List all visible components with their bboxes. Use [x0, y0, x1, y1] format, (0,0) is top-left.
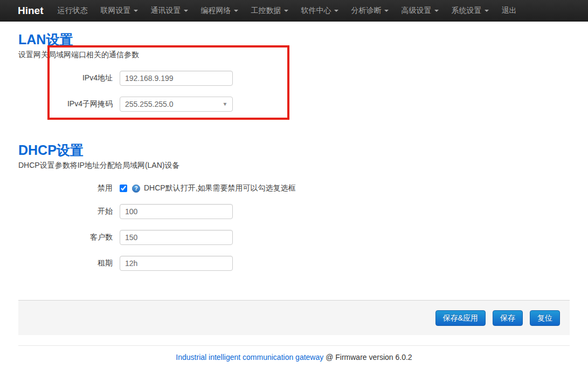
save-button[interactable]: 保存 — [493, 310, 523, 326]
dhcp-disable-checkbox[interactable] — [120, 185, 127, 192]
dhcp-start-input[interactable] — [120, 204, 233, 219]
nav-item-logout[interactable]: 退出 — [495, 0, 523, 22]
firmware-version-text: @ Firmware version 6.0.2 — [323, 353, 412, 362]
nav-item-system-settings[interactable]: 系统设置 — [445, 0, 495, 22]
dhcp-disable-row: 禁用 ? DHCP默认打开,如果需要禁用可以勾选复选框 — [18, 183, 570, 193]
nav-item-label: 高级设置 — [402, 6, 432, 16]
dhcp-disable-hint: DHCP默认打开,如果需要禁用可以勾选复选框 — [144, 183, 296, 193]
lan-section-title: LAN设置 — [18, 31, 570, 47]
chevron-down-icon — [134, 10, 138, 12]
brand-logo[interactable]: Hinet — [18, 5, 44, 17]
chevron-down-icon — [434, 10, 439, 12]
nav-item-industrial-data[interactable]: 工控数据 — [245, 0, 295, 22]
lan-section-description: 设置网关局域网端口相关的通信参数 — [18, 50, 570, 59]
dhcp-leasetime-input[interactable] — [120, 256, 233, 271]
nav-item-label: 编程网络 — [201, 6, 231, 16]
chevron-down-icon — [234, 10, 238, 12]
dhcp-disable-label: 禁用 — [18, 183, 120, 193]
chevron-down-icon — [485, 10, 489, 12]
nav-item-analysis-diagnosis[interactable]: 分析诊断 — [345, 0, 395, 22]
top-navbar: Hinet 运行状态 联网设置 通讯设置 编程网络 工控数据 软件中心 分析诊断… — [0, 0, 588, 22]
question-mark-icon: ? — [132, 185, 140, 193]
ipv4-netmask-select[interactable]: 255.255.255.0 — [120, 97, 233, 112]
chevron-down-icon — [334, 10, 338, 12]
ipv4-address-label: IPv4地址 — [18, 73, 120, 83]
ipv4-netmask-row: IPv4子网掩码 255.255.255.0 ▼ — [18, 97, 570, 112]
dhcp-limit-row: 客户数 — [18, 230, 570, 245]
dhcp-section-title: DHCP设置 — [18, 142, 570, 158]
ipv4-address-input[interactable] — [120, 71, 233, 86]
footer-divider — [18, 345, 570, 346]
dhcp-limit-label: 客户数 — [18, 233, 120, 242]
page-footer: Industrial intelligent communication gat… — [0, 353, 588, 362]
nav-item-label: 联网设置 — [101, 6, 131, 16]
lan-settings-section: LAN设置 设置网关局域网端口相关的通信参数 IPv4地址 IPv4子网掩码 2… — [18, 31, 570, 112]
nav-item-label: 分析诊断 — [351, 6, 382, 16]
nav-item-label: 运行状态 — [58, 6, 88, 16]
dhcp-leasetime-row: 租期 — [18, 256, 570, 271]
dhcp-settings-section: DHCP设置 DHCP设置参数将IP地址分配给局域网(LAN)设备 禁用 ? D… — [18, 142, 570, 271]
nav-item-programming-network[interactable]: 编程网络 — [195, 0, 245, 22]
chevron-down-icon — [184, 10, 188, 12]
nav-item-label: 软件中心 — [301, 6, 331, 16]
nav-item-network-settings[interactable]: 联网设置 — [94, 0, 144, 22]
dhcp-start-label: 开始 — [18, 207, 120, 216]
dhcp-section-description: DHCP设置参数将IP地址分配给局域网(LAN)设备 — [18, 161, 570, 170]
dhcp-limit-input[interactable] — [120, 230, 233, 245]
nav-item-label: 退出 — [502, 6, 517, 16]
ipv4-address-row: IPv4地址 — [18, 71, 570, 86]
nav-item-advanced-settings[interactable]: 高级设置 — [395, 0, 445, 22]
nav-item-communication-settings[interactable]: 通讯设置 — [144, 0, 195, 22]
chevron-down-icon — [384, 10, 389, 12]
nav-item-label: 工控数据 — [251, 6, 281, 16]
chevron-down-icon — [284, 10, 288, 12]
dhcp-leasetime-label: 租期 — [18, 258, 120, 268]
nav-item-label: 通讯设置 — [151, 6, 181, 16]
gateway-footer-link[interactable]: Industrial intelligent communication gat… — [176, 353, 323, 362]
ipv4-netmask-label: IPv4子网掩码 — [18, 99, 120, 109]
dhcp-start-row: 开始 — [18, 204, 570, 219]
nav-item-software-center[interactable]: 软件中心 — [295, 0, 345, 22]
action-bar: 保存&应用 保存 复位 — [18, 300, 570, 335]
reset-button[interactable]: 复位 — [530, 310, 560, 326]
save-apply-button[interactable]: 保存&应用 — [435, 310, 486, 326]
nav-item-running-status[interactable]: 运行状态 — [51, 0, 94, 22]
nav-item-label: 系统设置 — [452, 6, 482, 16]
